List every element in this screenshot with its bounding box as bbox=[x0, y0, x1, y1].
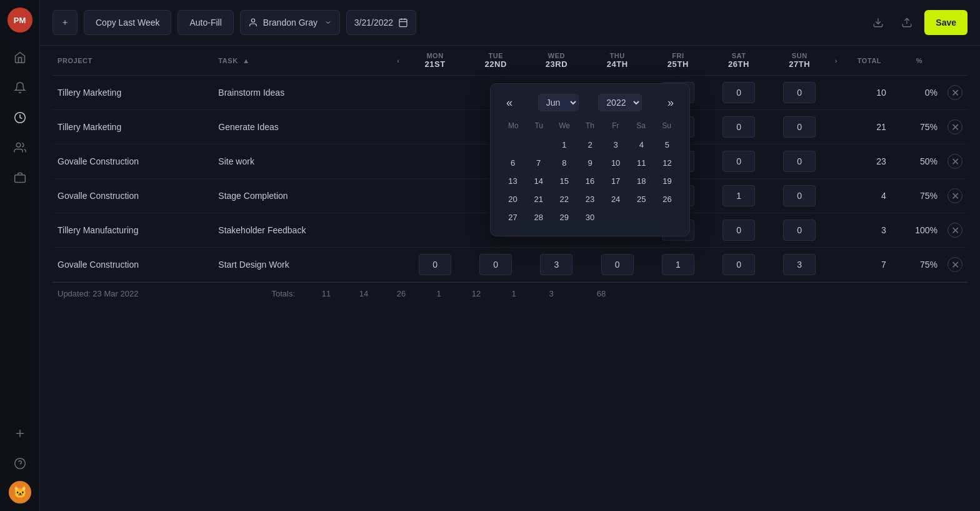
remove-row-button[interactable]: ✕ bbox=[948, 119, 962, 134]
day-input[interactable]: 0 bbox=[783, 151, 816, 172]
day-input[interactable]: 0 bbox=[722, 254, 755, 275]
calendar-day[interactable]: 18 bbox=[629, 173, 654, 190]
sidebar-item-add[interactable] bbox=[8, 421, 32, 446]
day-input[interactable]: 0 bbox=[601, 254, 634, 275]
sidebar-item-help[interactable] bbox=[8, 451, 32, 476]
calendar-grid: Mo Tu We Th Fr Sa Su 1234567891011121314… bbox=[501, 119, 679, 226]
totals-total: 68 bbox=[582, 289, 620, 298]
cell-action: ✕ bbox=[942, 213, 968, 248]
calendar-day[interactable]: 30 bbox=[578, 209, 602, 226]
calendar-day[interactable]: 27 bbox=[501, 209, 525, 226]
day-header-sa: Sa bbox=[628, 119, 654, 133]
day-input[interactable]: 3 bbox=[540, 254, 572, 275]
calendar-day[interactable]: 1 bbox=[552, 136, 576, 153]
calendar-day[interactable]: 24 bbox=[604, 191, 628, 208]
day-input[interactable]: 0 bbox=[419, 254, 451, 275]
calendar-day[interactable]: 26 bbox=[655, 191, 679, 208]
col-expand[interactable]: › bbox=[830, 46, 842, 76]
sidebar-item-home[interactable] bbox=[8, 45, 32, 70]
cell-expand bbox=[830, 76, 842, 110]
cell-day-sun: 0 bbox=[769, 144, 830, 179]
expand-arrow-icon[interactable]: › bbox=[835, 57, 838, 64]
remove-row-button[interactable]: ✕ bbox=[948, 223, 962, 238]
calendar-picker[interactable]: « JanFebMarApr MayJunJulAug SepOctNovDec… bbox=[490, 83, 690, 236]
day-input[interactable]: 0 bbox=[479, 254, 512, 275]
calendar-day[interactable]: 2 bbox=[578, 136, 602, 153]
calendar-prev-button[interactable]: « bbox=[501, 94, 518, 111]
calendar-day[interactable]: 5 bbox=[655, 136, 679, 153]
app-logo[interactable]: PM bbox=[8, 8, 32, 33]
day-input[interactable]: 0 bbox=[722, 116, 755, 138]
calendar-day[interactable]: 10 bbox=[604, 154, 628, 171]
totals-thu: 1 bbox=[420, 289, 458, 298]
auto-fill-button[interactable]: Auto-Fill bbox=[178, 10, 233, 35]
day-input[interactable]: 0 bbox=[783, 82, 816, 103]
day-input[interactable]: 3 bbox=[783, 254, 816, 275]
person-selector[interactable]: Brandon Gray bbox=[240, 10, 340, 35]
cell-action: ✕ bbox=[942, 76, 968, 110]
day-input[interactable]: 0 bbox=[783, 220, 816, 241]
cell-total: 3 bbox=[842, 213, 896, 248]
day-input[interactable]: 0 bbox=[722, 220, 755, 241]
sidebar-item-people[interactable] bbox=[8, 135, 32, 160]
sidebar-item-projects[interactable] bbox=[8, 165, 32, 190]
cell-day-sun: 0 bbox=[769, 213, 830, 248]
cell-expand bbox=[830, 144, 842, 179]
date-input[interactable]: 3/21/2022 bbox=[346, 10, 416, 35]
day-input[interactable]: 0 bbox=[722, 151, 755, 172]
remove-row-button[interactable]: ✕ bbox=[948, 257, 962, 272]
add-row-button[interactable]: ＋ bbox=[52, 10, 78, 35]
sidebar: PM bbox=[0, 0, 40, 511]
calendar-day[interactable]: 16 bbox=[578, 173, 602, 190]
calendar-day[interactable]: 22 bbox=[552, 191, 576, 208]
calendar-next-button[interactable]: » bbox=[662, 94, 679, 111]
calendar-day[interactable]: 12 bbox=[655, 154, 679, 171]
save-button[interactable]: Save bbox=[924, 10, 968, 35]
sidebar-item-time[interactable] bbox=[8, 105, 32, 130]
calendar-day[interactable]: 6 bbox=[501, 154, 525, 171]
calendar-icon[interactable] bbox=[398, 18, 408, 28]
calendar-day[interactable]: 3 bbox=[604, 136, 628, 153]
export-button[interactable] bbox=[896, 11, 918, 34]
calendar-day[interactable]: 15 bbox=[552, 173, 576, 190]
calendar-day[interactable]: 29 bbox=[552, 209, 576, 226]
svg-point-5 bbox=[14, 458, 25, 469]
calendar-day[interactable]: 9 bbox=[578, 154, 602, 171]
sidebar-item-notifications[interactable] bbox=[8, 75, 32, 100]
user-avatar[interactable]: 🐱 bbox=[9, 481, 31, 503]
cell-day-sat: 0 bbox=[708, 110, 769, 144]
calendar-day[interactable]: 11 bbox=[629, 154, 654, 171]
remove-row-button[interactable]: ✕ bbox=[948, 85, 962, 100]
calendar-day[interactable]: 20 bbox=[501, 191, 525, 208]
calendar-day[interactable]: 14 bbox=[526, 173, 551, 190]
calendar-day bbox=[526, 136, 551, 153]
day-input[interactable]: 1 bbox=[662, 254, 694, 275]
day-input[interactable]: 0 bbox=[722, 82, 755, 103]
day-input[interactable]: 0 bbox=[783, 116, 816, 138]
calendar-day[interactable]: 8 bbox=[552, 154, 576, 171]
calendar-day[interactable]: 4 bbox=[629, 136, 654, 153]
calendar-day[interactable]: 21 bbox=[526, 191, 551, 208]
day-input[interactable]: 0 bbox=[783, 185, 816, 206]
download-button[interactable] bbox=[867, 11, 889, 34]
calendar-day[interactable]: 19 bbox=[655, 173, 679, 190]
collapse-arrow-icon[interactable]: ‹ bbox=[397, 57, 399, 64]
month-select[interactable]: JanFebMarApr MayJunJulAug SepOctNovDec bbox=[538, 94, 579, 111]
calendar-day[interactable]: 25 bbox=[629, 191, 654, 208]
col-project: PROJECT bbox=[52, 46, 213, 76]
cell-collapse bbox=[392, 179, 404, 213]
calendar-day[interactable]: 13 bbox=[501, 173, 525, 190]
sort-icon[interactable]: ▲ bbox=[242, 57, 249, 64]
col-collapse[interactable]: ‹ bbox=[392, 46, 404, 76]
totals-mon: 11 bbox=[308, 289, 345, 298]
cell-day-sat: 0 bbox=[708, 144, 769, 179]
calendar-day[interactable]: 7 bbox=[526, 154, 551, 171]
calendar-day[interactable]: 17 bbox=[604, 173, 628, 190]
remove-row-button[interactable]: ✕ bbox=[948, 154, 962, 169]
day-input[interactable]: 1 bbox=[722, 185, 755, 206]
remove-row-button[interactable]: ✕ bbox=[948, 188, 962, 203]
calendar-day[interactable]: 23 bbox=[578, 191, 602, 208]
copy-last-week-button[interactable]: Copy Last Week bbox=[84, 10, 171, 35]
year-select[interactable]: 202020212022 20232024 bbox=[598, 94, 642, 111]
calendar-day[interactable]: 28 bbox=[526, 209, 551, 226]
